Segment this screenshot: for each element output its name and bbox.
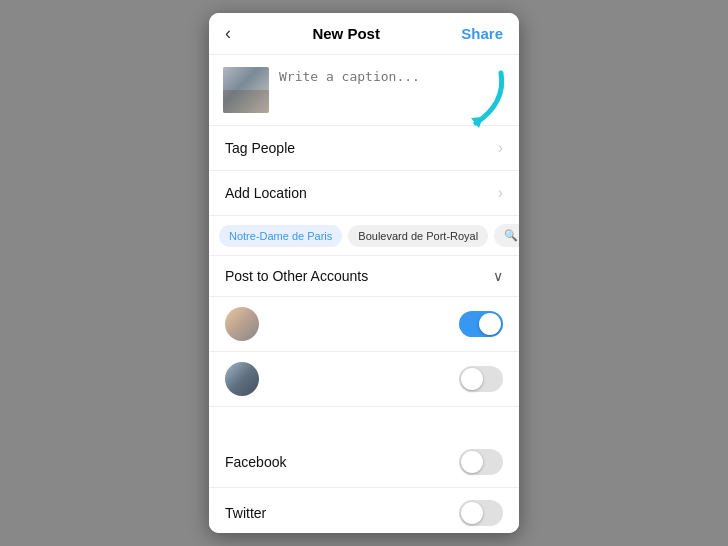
- facebook-label: Facebook: [225, 454, 286, 470]
- content-area: Tag People › Add Location › Notre-Dame d…: [209, 55, 519, 533]
- twitter-row: Twitter: [209, 488, 519, 533]
- post-thumbnail: [223, 67, 269, 113]
- post-to-other-label: Post to Other Accounts: [225, 268, 368, 284]
- post-to-other-accounts-row[interactable]: Post to Other Accounts ∨: [209, 256, 519, 297]
- add-location-label: Add Location: [225, 185, 307, 201]
- post-to-other-chevron: ∨: [493, 268, 503, 284]
- caption-input[interactable]: [279, 67, 505, 99]
- back-button[interactable]: ‹: [225, 23, 231, 44]
- avatar-2: [225, 362, 259, 396]
- page-title: New Post: [312, 25, 380, 42]
- social-section: Facebook Twitter Tumblr: [209, 437, 519, 533]
- add-location-chevron: ›: [498, 184, 503, 202]
- avatar-1: [225, 307, 259, 341]
- phone-frame: ‹ New Post Share Tag People ›: [209, 13, 519, 533]
- tag-people-label: Tag People: [225, 140, 295, 156]
- account-row-2: [209, 352, 519, 407]
- share-button[interactable]: Share: [461, 25, 503, 42]
- spacer: [209, 407, 519, 427]
- location-search-chip[interactable]: 🔍 Search: [494, 224, 519, 247]
- account-2-toggle[interactable]: [459, 366, 503, 392]
- tag-people-chevron: ›: [498, 139, 503, 157]
- facebook-row: Facebook: [209, 437, 519, 488]
- caption-row: [209, 55, 519, 126]
- location-chips-row: Notre-Dame de Paris Boulevard de Port-Ro…: [209, 216, 519, 256]
- tag-people-row[interactable]: Tag People ›: [209, 126, 519, 171]
- twitter-label: Twitter: [225, 505, 266, 521]
- twitter-toggle[interactable]: [459, 500, 503, 526]
- header: ‹ New Post Share: [209, 13, 519, 55]
- account-row-1: [209, 297, 519, 352]
- facebook-toggle[interactable]: [459, 449, 503, 475]
- location-chip-notredame[interactable]: Notre-Dame de Paris: [219, 225, 342, 247]
- search-icon: 🔍: [504, 229, 518, 242]
- location-chip-boulevard[interactable]: Boulevard de Port-Royal: [348, 225, 488, 247]
- account-1-toggle[interactable]: [459, 311, 503, 337]
- add-location-row[interactable]: Add Location ›: [209, 171, 519, 216]
